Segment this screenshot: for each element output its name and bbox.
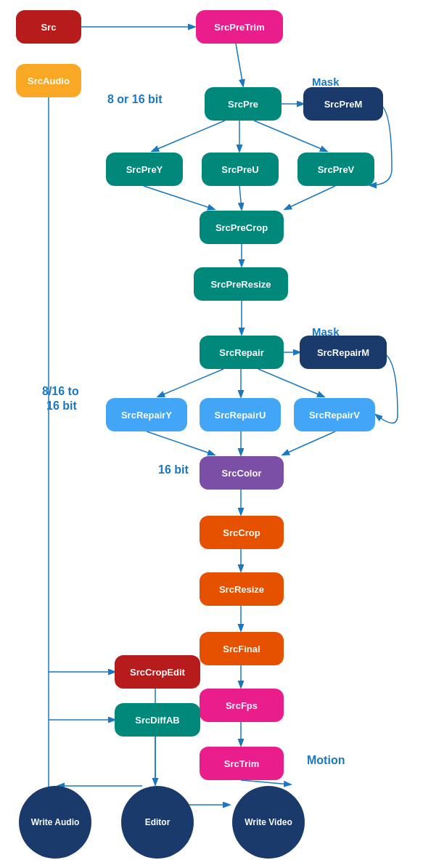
src-pre-trim-node: SrcPreTrim [196,10,283,44]
src-pre-y-node: SrcPreY [106,153,183,186]
src-repair-v-node: SrcRepairV [294,398,375,431]
src-crop-node: SrcCrop [200,516,284,549]
bit-depth3-label: 16 bit [158,463,189,476]
src-repair-y-node: SrcRepairY [106,398,187,431]
mask2-label: Mask [312,325,340,338]
src-pre-v-node: SrcPreV [297,153,374,186]
src-repair-u-node: SrcRepairU [200,398,281,431]
src-resize-node: SrcResize [200,572,284,606]
src-repair-node: SrcRepair [200,336,284,369]
src-diff-ab-node: SrcDiffAB [115,703,200,737]
svg-line-23 [241,780,290,784]
svg-line-5 [254,121,327,151]
svg-line-12 [158,369,223,397]
svg-line-17 [283,431,335,455]
src-audio-node: SrcAudio [16,64,81,97]
bit-depth1-label: 8 or 16 bit [107,93,163,106]
svg-line-8 [285,186,335,209]
svg-line-6 [144,186,214,209]
motion-label: Motion [307,754,345,767]
svg-line-14 [258,369,324,397]
write-audio-circle: Write Audio [19,786,91,859]
svg-line-3 [152,121,225,151]
src-crop-edit-node: SrcCropEdit [115,655,200,689]
src-node: Src [16,10,81,44]
src-pre-crop-node: SrcPreCrop [200,211,284,244]
src-final-node: SrcFinal [200,632,284,665]
svg-line-15 [147,431,214,455]
src-pre-node: SrcPre [205,87,282,121]
editor-circle: Editor [121,786,194,859]
src-fps-node: SrcFps [200,689,284,722]
bit-depth2b-label: 16 bit [46,399,77,413]
src-color-node: SrcColor [200,456,284,490]
src-pre-m-node: SrcPreM [303,87,383,121]
svg-line-1 [236,44,243,86]
mask1-label: Mask [312,76,340,88]
bit-depth2-label: 8/16 to [42,385,79,398]
src-trim-node: SrcTrim [200,747,284,780]
write-video-circle: Write Video [232,786,305,859]
src-repair-m-node: SrcRepairM [300,336,387,369]
src-pre-resize-node: SrcPreResize [194,267,288,301]
arrows-svg [0,0,423,868]
svg-line-7 [239,186,242,209]
diagram: Src SrcAudio SrcPreTrim SrcPre SrcPreM S… [0,0,423,868]
src-pre-u-node: SrcPreU [202,153,279,186]
